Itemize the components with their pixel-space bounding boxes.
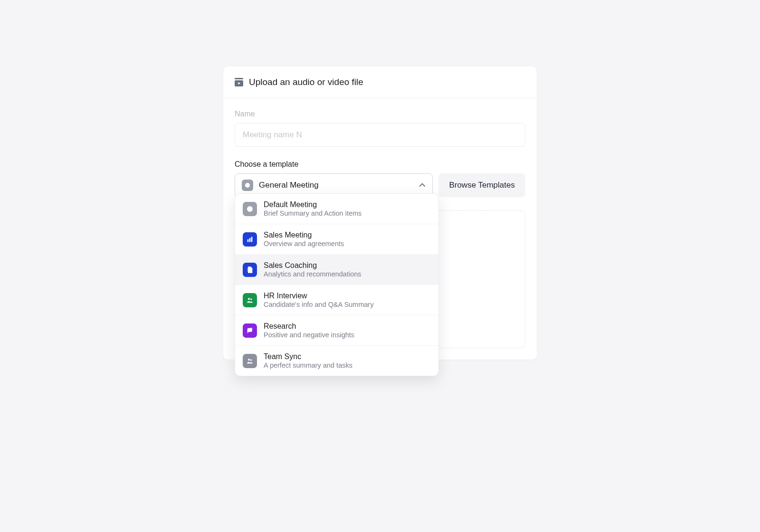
svg-point-7 [248,359,250,361]
record-icon [242,180,253,191]
option-title: Default Meeting [264,200,361,209]
chevron-up-icon [419,182,426,189]
chart-icon [243,232,257,247]
card-body: Name Choose a template General Meeting B… [223,98,537,360]
svg-rect-3 [247,268,250,272]
template-option[interactable]: Sales CoachingAnalytics and recommendati… [235,255,438,285]
upload-card: Upload an audio or video file Name Choos… [223,66,537,360]
svg-point-5 [250,298,252,300]
option-title: Team Sync [264,352,352,361]
svg-rect-2 [251,237,253,242]
archive-download-icon [235,78,243,86]
option-title: Sales Coaching [264,261,361,270]
svg-point-4 [248,298,250,300]
document-icon [243,263,257,277]
option-desc: A perfect summary and tasks [264,361,352,369]
name-label: Name [235,110,525,118]
option-desc: Analytics and recommendations [264,270,361,278]
option-title: Research [264,322,354,331]
option-desc: Overview and agreements [264,240,344,247]
chat-icon [243,323,257,338]
template-option[interactable]: ResearchPositive and negative insights [235,315,438,346]
option-desc: Candidate's info and Q&A Summary [264,301,374,308]
template-label: Choose a template [235,160,525,169]
svg-point-6 [250,327,253,330]
card-header: Upload an audio or video file [223,66,537,98]
template-section: Choose a template General Meeting Browse… [235,160,525,197]
option-title: HR Interview [264,292,374,300]
name-section: Name [235,110,525,147]
template-option[interactable]: Sales MeetingOverview and agreements [235,224,438,255]
people-icon [243,293,257,307]
svg-point-8 [250,359,252,361]
card-title: Upload an audio or video file [249,77,363,87]
svg-rect-0 [247,239,249,242]
template-selected-label: General Meeting [259,180,413,190]
template-dropdown: Default MeetingBrief Summary and Action … [235,193,439,376]
template-option[interactable]: Team SyncA perfect summary and tasks [235,346,438,376]
people-icon [243,354,257,368]
option-desc: Positive and negative insights [264,331,354,339]
template-option[interactable]: Default MeetingBrief Summary and Action … [235,194,438,224]
meeting-name-input[interactable] [235,123,525,147]
template-option[interactable]: HR InterviewCandidate's info and Q&A Sum… [235,285,438,315]
browse-templates-button[interactable]: Browse Templates [438,173,525,197]
record-icon [243,202,257,216]
option-title: Sales Meeting [264,231,344,239]
option-desc: Brief Summary and Action items [264,209,361,217]
svg-rect-1 [249,238,251,242]
